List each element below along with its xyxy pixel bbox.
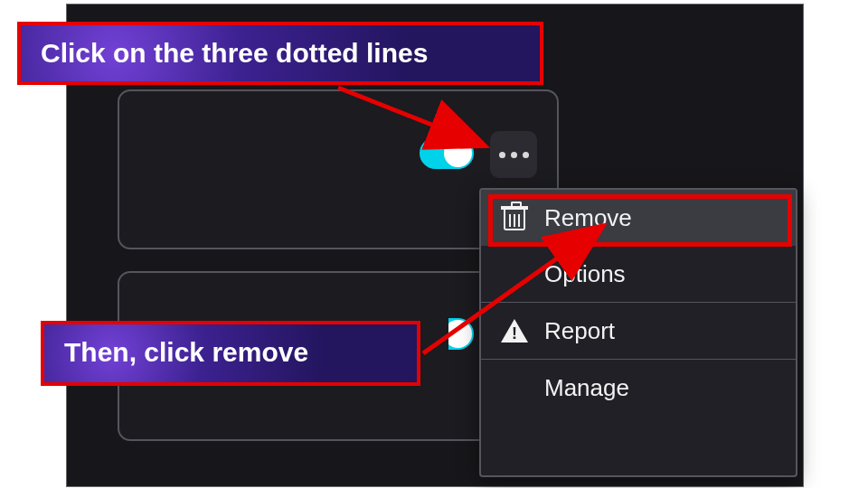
toggle-knob xyxy=(444,139,472,167)
more-button[interactable] xyxy=(490,131,537,178)
menu-item-label: Remove xyxy=(544,204,632,232)
menu-item-manage[interactable]: Manage xyxy=(481,360,796,416)
ellipsis-icon xyxy=(523,152,529,158)
ellipsis-icon xyxy=(511,152,517,158)
menu-item-label: Report xyxy=(544,317,615,345)
callout-step1: Click on the three dotted lines xyxy=(17,22,543,85)
warning-icon xyxy=(501,319,528,343)
menu-item-report[interactable]: Report xyxy=(481,303,796,359)
toggle-ext1[interactable] xyxy=(420,137,474,169)
screenshot-stage: Remove Options Report Manage Click on th… xyxy=(66,4,804,487)
callout-step2: Then, click remove xyxy=(41,321,420,386)
menu-item-label: Options xyxy=(544,260,626,288)
menu-item-options[interactable]: Options xyxy=(481,246,796,302)
menu-item-label: Manage xyxy=(544,374,629,402)
ellipsis-icon xyxy=(499,152,505,158)
menu-item-remove[interactable]: Remove xyxy=(481,190,796,246)
callout-text: Then, click remove xyxy=(64,337,308,367)
callout-text: Click on the three dotted lines xyxy=(41,38,428,68)
trash-icon xyxy=(504,206,525,230)
context-menu: Remove Options Report Manage xyxy=(479,188,797,477)
